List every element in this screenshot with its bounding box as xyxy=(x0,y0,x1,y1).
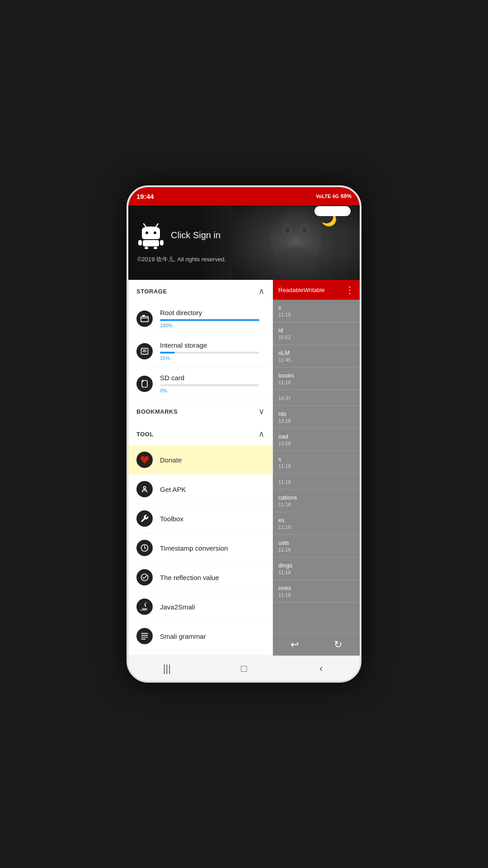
status-right: VoLTE 4G 66% xyxy=(316,193,352,199)
bottom-nav: ||| □ ‹ xyxy=(128,656,360,681)
menu-item-get-apk[interactable]: Get APK xyxy=(128,475,272,504)
menu-item-timestamp[interactable]: Timestamp conversion xyxy=(128,533,272,563)
svg-rect-28 xyxy=(143,351,146,352)
status-bar: 19:44 VoLTE 4G 66% xyxy=(128,187,360,205)
right-panel: ReadableWritable ⋮ s 11:18 id 15:52 oLM … xyxy=(273,280,360,656)
tool-section-header[interactable]: TOOL ∧ xyxy=(128,423,272,445)
list-item[interactable]: cations 11:18 xyxy=(273,490,360,512)
right-panel-header: ReadableWritable ⋮ xyxy=(273,280,360,300)
svg-rect-25 xyxy=(142,315,145,316)
java2smali-label: Java2Smali xyxy=(160,603,195,611)
menu-item-smali-grammar[interactable]: Smali grammar xyxy=(128,622,272,651)
nav-home-button[interactable]: □ xyxy=(230,660,258,678)
list-item[interactable]: 14:37 xyxy=(273,390,360,406)
file-name: cations xyxy=(278,494,354,501)
header-title[interactable]: Click Sign in xyxy=(171,230,221,241)
nav-back-button[interactable]: ‹ xyxy=(308,660,335,678)
root-progress-fill xyxy=(160,319,259,321)
tool-section-title: TOOL xyxy=(136,431,154,438)
more-options-icon[interactable]: ⋮ xyxy=(345,284,354,295)
list-item[interactable]: usts 11:18 xyxy=(273,535,360,557)
notch-pill xyxy=(314,206,351,216)
svg-line-16 xyxy=(155,224,158,227)
internal-progress-label: 15% xyxy=(160,355,259,361)
internal-storage-label: Internal storage xyxy=(160,341,259,349)
svg-rect-27 xyxy=(143,349,146,350)
timestamp-label: Timestamp conversion xyxy=(160,544,228,552)
menu-item-toolbox[interactable]: Toolbox xyxy=(128,504,272,533)
sd-card-icon xyxy=(136,376,153,392)
list-item[interactable]: 11:18 xyxy=(273,474,360,490)
file-date: 11:18 xyxy=(278,547,354,552)
reflection-icon xyxy=(136,569,153,585)
svg-rect-32 xyxy=(142,491,147,492)
menu-item-network-tools[interactable]: Network tools xyxy=(128,651,272,656)
list-item[interactable]: ones 11:18 xyxy=(273,580,360,603)
list-item[interactable]: id 15:52 xyxy=(273,322,360,345)
list-item[interactable]: nts 13:18 xyxy=(273,406,360,429)
svg-rect-38 xyxy=(141,639,146,640)
sd-card-progress-container: SD card 0% xyxy=(160,374,259,393)
svg-rect-22 xyxy=(145,247,148,249)
sd-card-label: SD card xyxy=(160,374,259,382)
file-name: dings xyxy=(278,562,354,569)
svg-rect-23 xyxy=(154,247,157,249)
file-name: usts xyxy=(278,539,354,546)
list-item[interactable]: s 11:18 xyxy=(273,300,360,322)
internal-storage-progress-container: Internal storage 15% xyxy=(160,341,259,361)
file-name: books xyxy=(278,372,354,379)
signal-indicator: VoLTE 4G xyxy=(316,193,339,199)
smali-grammar-label: Smali grammar xyxy=(160,632,206,640)
root-directory-label: Root directory xyxy=(160,309,259,316)
app-header: Click Sign in ©2019 吹牛儿. All rights rese… xyxy=(128,205,360,280)
java2smali-icon xyxy=(136,599,153,615)
svg-rect-35 xyxy=(141,633,148,634)
phone-frame: 19:44 VoLTE 4G 66% xyxy=(127,185,361,683)
menu-item-reflection[interactable]: The reflection value xyxy=(128,563,272,592)
recents-icon: ||| xyxy=(163,663,171,675)
menu-item-sd-card[interactable]: SD card 0% xyxy=(128,368,272,400)
bookmarks-section-header[interactable]: BOOKMARKS ∨ xyxy=(128,400,272,423)
svg-point-18 xyxy=(154,231,156,234)
svg-rect-21 xyxy=(160,240,164,245)
donate-label: Donate xyxy=(160,456,182,464)
menu-item-donate[interactable]: Donate xyxy=(128,445,272,475)
file-name: id xyxy=(278,327,354,334)
menu-item-internal-storage[interactable]: Internal storage 15% xyxy=(128,335,272,368)
root-progress-label: 100% xyxy=(160,323,259,328)
svg-point-30 xyxy=(144,486,146,489)
file-name: nts xyxy=(278,410,354,417)
list-item[interactable]: books 11:18 xyxy=(273,368,360,390)
get-apk-label: Get APK xyxy=(160,486,186,493)
get-apk-icon xyxy=(136,481,153,497)
right-panel-title: ReadableWritable xyxy=(278,287,325,293)
nav-recents-button[interactable]: ||| xyxy=(153,660,180,678)
file-date: 11:18 xyxy=(278,570,354,575)
header-content: Click Sign in ©2019 吹牛儿. All rights rese… xyxy=(128,215,235,270)
menu-item-root-directory[interactable]: Root directory 100% xyxy=(128,302,272,335)
sd-progress-track xyxy=(160,384,259,386)
smali-grammar-icon xyxy=(136,628,153,644)
internal-storage-icon xyxy=(136,343,153,359)
file-name: oLM xyxy=(278,349,354,356)
sd-progress-label: 0% xyxy=(160,388,259,393)
list-item[interactable]: s 11:18 xyxy=(273,451,360,474)
file-date: 11:18 xyxy=(278,592,354,598)
list-item[interactable]: dings 11:18 xyxy=(273,557,360,580)
storage-section-header[interactable]: STORAGE ∧ xyxy=(128,280,272,302)
list-item[interactable]: es 11:18 xyxy=(273,512,360,535)
list-item[interactable]: oLM 11:45 xyxy=(273,345,360,368)
menu-item-java2smali[interactable]: Java2Smali xyxy=(128,592,272,622)
tool-chevron: ∧ xyxy=(258,429,264,439)
back-icon[interactable]: ↩ xyxy=(291,639,299,651)
android-logo xyxy=(137,222,164,249)
toolbox-label: Toolbox xyxy=(160,515,183,523)
file-date: 13:58 xyxy=(278,441,354,446)
back-nav-icon: ‹ xyxy=(319,663,323,675)
list-item[interactable]: oad 13:58 xyxy=(273,429,360,451)
timestamp-icon xyxy=(136,540,153,556)
storage-section-title: STORAGE xyxy=(136,288,167,295)
file-date: 13:18 xyxy=(278,418,354,424)
file-date: 11:18 xyxy=(278,312,354,317)
refresh-icon[interactable]: ↻ xyxy=(334,639,342,651)
